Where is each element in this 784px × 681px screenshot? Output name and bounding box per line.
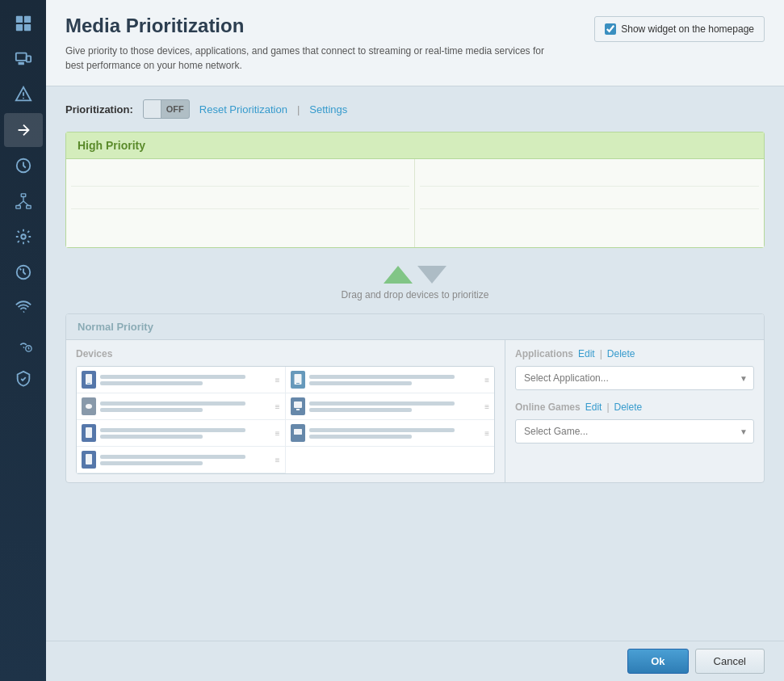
- applications-header: Applications Edit | Delete: [515, 348, 754, 359]
- normal-priority-header: Normal Priority: [66, 314, 764, 340]
- device-handle-1: ≡: [275, 376, 280, 385]
- application-select[interactable]: Select Application...: [515, 366, 754, 390]
- device-item-network[interactable]: ≡: [286, 420, 495, 447]
- device-handle-5: ≡: [275, 429, 280, 438]
- svg-point-16: [21, 234, 26, 239]
- sidebar-item-update[interactable]: [4, 255, 43, 289]
- sidebar-item-alerts[interactable]: [4, 78, 43, 111]
- ok-button[interactable]: Ok: [627, 649, 688, 674]
- device-name-bars-5: [100, 428, 271, 439]
- prioritization-label: Prioritization:: [65, 103, 133, 116]
- svg-rect-1: [23, 16, 30, 23]
- toggle-knob: [144, 100, 161, 118]
- svg-line-15: [23, 201, 28, 206]
- applications-edit-link[interactable]: Edit: [578, 348, 595, 359]
- device-bar-13: [100, 455, 245, 459]
- sidebar-item-dashboard[interactable]: [4, 6, 43, 40]
- drag-drop-text: Drag and drop devices to prioritize: [342, 289, 489, 301]
- svg-rect-2: [15, 24, 22, 31]
- page-description: Give priority to those devices, applicat…: [65, 44, 550, 73]
- device-bar-14: [100, 461, 203, 465]
- applications-title: Applications: [515, 348, 573, 359]
- high-priority-header: High Priority: [65, 132, 765, 159]
- arrow-down-icon: [417, 266, 447, 284]
- device-bar-3: [309, 375, 455, 379]
- svg-rect-5: [18, 62, 23, 65]
- device-handle-2: ≡: [484, 376, 489, 385]
- svg-rect-22: [296, 383, 300, 384]
- device-bar-5: [100, 401, 245, 406]
- svg-rect-12: [26, 206, 30, 209]
- device-item-phone2[interactable]: ≡: [77, 420, 286, 447]
- applications-delete-link[interactable]: Delete: [607, 348, 635, 359]
- device-bar-2: [100, 381, 203, 385]
- device-item-iphone[interactable]: ≡: [77, 367, 286, 393]
- app-select-wrapper[interactable]: Select Application...: [515, 366, 754, 390]
- device-icon-phone: [82, 371, 96, 389]
- device-bar-8: [309, 408, 413, 412]
- svg-rect-26: [86, 427, 92, 438]
- svg-rect-24: [294, 401, 302, 408]
- device-bar-6: [100, 408, 203, 412]
- bottom-bar: Ok Cancel: [46, 641, 784, 681]
- device-item-misc[interactable]: ≡: [77, 447, 286, 473]
- device-name-bars-1: [100, 375, 271, 385]
- sidebar: [0, 0, 46, 681]
- device-name-bars-7: [100, 455, 271, 465]
- device-item-desktop[interactable]: ≡: [286, 393, 495, 420]
- device-icon-network: [291, 424, 305, 442]
- reset-prioritization-link[interactable]: Reset Prioritization: [199, 103, 287, 116]
- device-handle-7: ≡: [275, 456, 280, 465]
- sidebar-item-security[interactable]: [4, 362, 43, 396]
- svg-rect-6: [26, 56, 30, 61]
- device-bar-1: [100, 375, 245, 379]
- sidebar-item-wifi[interactable]: [4, 291, 43, 325]
- svg-rect-25: [296, 409, 300, 410]
- svg-rect-28: [86, 454, 92, 465]
- widget-checkbox-container[interactable]: Show widget on the homepage: [594, 16, 765, 42]
- svg-rect-4: [15, 53, 26, 61]
- svg-rect-3: [23, 24, 30, 31]
- high-priority-box: High Priority: [65, 132, 765, 248]
- svg-point-23: [86, 404, 92, 409]
- sidebar-item-history[interactable]: [4, 149, 43, 183]
- svg-point-8: [23, 98, 24, 99]
- sidebar-item-wifi-settings[interactable]: [4, 326, 43, 360]
- apps-games-section: Applications Edit | Delete Select Applic…: [505, 340, 764, 482]
- cancel-button[interactable]: Cancel: [695, 649, 765, 674]
- widget-checkbox[interactable]: [605, 23, 616, 35]
- arrow-up-icon: [384, 266, 413, 284]
- main-content: Media Prioritization Give priority to th…: [46, 0, 784, 681]
- device-name-bars-2: [309, 375, 481, 385]
- svg-line-14: [18, 201, 23, 206]
- sidebar-item-settings[interactable]: [4, 220, 43, 254]
- game-select[interactable]: Select Game...: [515, 419, 754, 443]
- devices-grid-wrapper: ≡ ≡: [76, 366, 495, 474]
- devices-section: Devices: [66, 340, 505, 482]
- games-delete-link[interactable]: Delete: [614, 401, 643, 413]
- device-name-bars-4: [309, 401, 481, 412]
- device-handle-3: ≡: [275, 402, 280, 411]
- devices-section-title: Devices: [76, 348, 495, 359]
- sidebar-item-traffic[interactable]: [4, 113, 43, 147]
- normal-priority-body: Devices: [66, 340, 764, 482]
- svg-rect-10: [21, 194, 26, 197]
- content-area: Prioritization: OFF Reset Prioritization…: [46, 86, 784, 641]
- settings-link[interactable]: Settings: [309, 103, 347, 116]
- device-item-router[interactable]: ≡: [77, 393, 286, 420]
- game-select-wrapper[interactable]: Select Game...: [515, 419, 754, 443]
- apps-separator: |: [600, 348, 602, 359]
- games-edit-link[interactable]: Edit: [585, 401, 602, 413]
- device-bar-10: [100, 435, 203, 439]
- device-name-bars-6: [309, 428, 481, 439]
- drag-drop-arrows: [65, 266, 765, 284]
- sidebar-item-network[interactable]: [4, 184, 43, 218]
- drag-drop-area: Drag and drop devices to prioritize: [65, 258, 765, 313]
- applications-section: Applications Edit | Delete Select Applic…: [515, 348, 754, 390]
- sidebar-item-devices[interactable]: [4, 42, 43, 76]
- device-name-bars-3: [100, 401, 271, 412]
- games-header: Online Games Edit | Delete: [515, 401, 754, 413]
- svg-rect-0: [15, 16, 22, 23]
- device-item-ipad[interactable]: ≡: [286, 367, 495, 393]
- prioritization-toggle[interactable]: OFF: [143, 99, 190, 119]
